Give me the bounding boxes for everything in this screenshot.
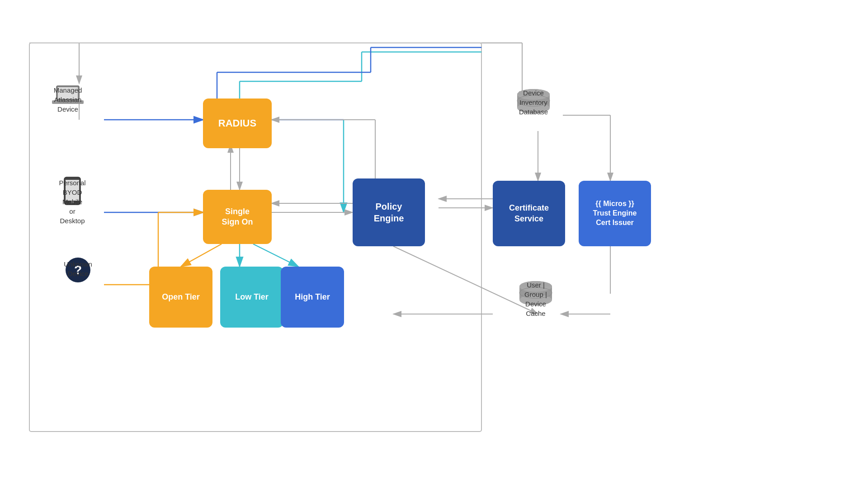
open-tier-node: Open Tier (149, 267, 212, 328)
high-tier-node: High Tier (281, 267, 344, 328)
user-group-cache-icon: User | Group | Device Cache (518, 280, 554, 310)
diagram-container: Managed Atlassian Device Personal BYOD M… (0, 0, 868, 488)
byod-device-label: Personal BYOD Mobile or Desktop (59, 178, 85, 225)
low-tier-node: Low Tier (220, 267, 283, 328)
certificate-service-node: Certificate Service (493, 181, 565, 246)
managed-device-label: Managed Atlassian Device (52, 85, 84, 114)
trust-engine-node: {{ Micros }} Trust Engine Cert Issuer (579, 181, 651, 246)
unknown-device-icon: ? Unknown Device (66, 258, 90, 282)
radius-node: RADIUS (203, 99, 272, 148)
user-group-cache-label: User | Group | Device Cache (518, 280, 554, 318)
diagram-arrows (0, 0, 868, 488)
unknown-device-label: Unknown Device (64, 259, 92, 278)
sso-node: Single Sign On (203, 190, 272, 244)
device-inventory-icon: Device Inventory Database (515, 88, 552, 117)
byod-device-icon: Personal BYOD Mobile or Desktop (63, 176, 81, 206)
svg-line-14 (181, 244, 222, 267)
device-inventory-label: Device Inventory Database (515, 88, 552, 117)
managed-device-icon: Managed Atlassian Device (52, 84, 84, 108)
policy-engine-node: Policy Engine (353, 178, 425, 246)
svg-line-23 (393, 246, 538, 314)
svg-line-16 (253, 244, 298, 267)
